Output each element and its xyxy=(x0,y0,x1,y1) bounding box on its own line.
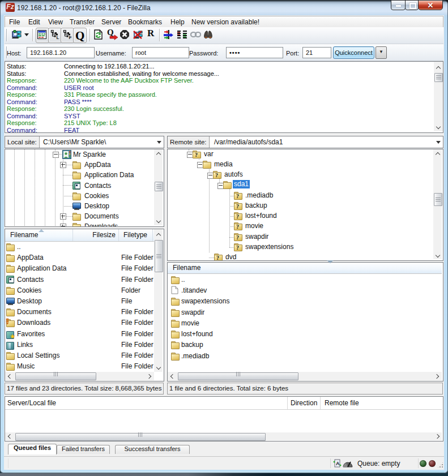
svg-text:A: A xyxy=(336,461,340,466)
svg-text:L: L xyxy=(57,35,59,40)
svg-text:F: F xyxy=(69,35,72,40)
